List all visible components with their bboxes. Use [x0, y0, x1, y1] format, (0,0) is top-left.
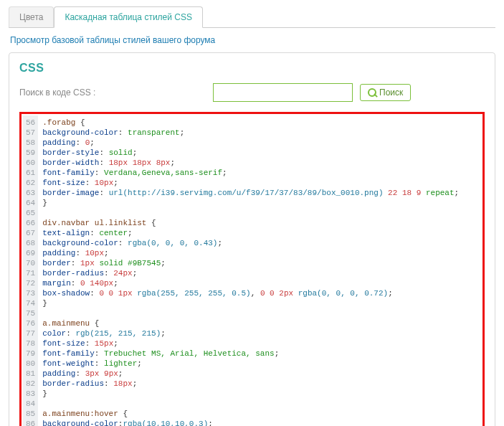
tab-label: Каскадная таблица стилей CSS	[65, 12, 192, 22]
line-number-gutter: 5657585960616263646566676869707172737475…	[23, 115, 38, 426]
page-subtitle-link[interactable]: Просмотр базовой таблицы стилей вашего ф…	[10, 35, 494, 45]
code-content[interactable]: .forabg {background-color: transparent;p…	[38, 115, 463, 426]
search-row: Поиск в коде CSS : Поиск	[19, 83, 485, 102]
css-heading: CSS	[19, 62, 485, 75]
css-search-button[interactable]: Поиск	[360, 84, 411, 101]
search-icon	[368, 88, 376, 97]
tab-label: Цвета	[19, 12, 43, 22]
code-highlight-frame: 5657585960616263646566676869707172737475…	[19, 112, 485, 426]
tab-colors[interactable]: Цвета	[9, 6, 54, 28]
search-label: Поиск в коде CSS :	[19, 87, 206, 98]
search-button-label: Поиск	[379, 87, 403, 98]
css-panel: CSS Поиск в коде CSS : Поиск 56575859606…	[9, 52, 495, 426]
code-editor[interactable]: 5657585960616263646566676869707172737475…	[23, 115, 481, 426]
css-search-input[interactable]	[213, 83, 353, 102]
tab-css[interactable]: Каскадная таблица стилей CSS	[54, 6, 203, 28]
tabs-bar: Цвета Каскадная таблица стилей CSS	[9, 6, 495, 28]
